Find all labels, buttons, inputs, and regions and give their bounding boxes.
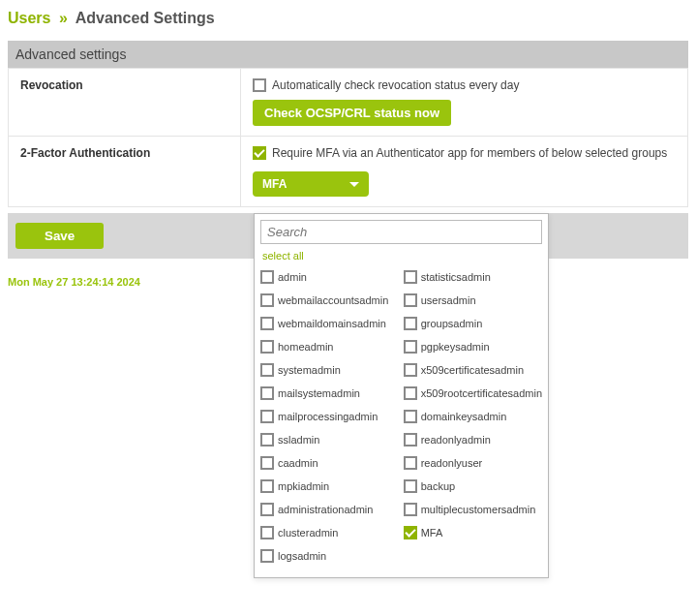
mfa-groups-popup: select all adminwebmailaccountsadminwebm…	[254, 213, 549, 292]
breadcrumb: Users » Advanced Settings	[8, 4, 688, 35]
group-item[interactable]: usersadmin	[404, 289, 542, 292]
require-mfa-checkbox[interactable]	[253, 146, 266, 160]
group-item[interactable]: admin	[260, 265, 398, 289]
group-search-input[interactable]	[260, 220, 542, 244]
select-all-link[interactable]: select all	[262, 250, 542, 262]
group-label: admin	[278, 271, 307, 283]
group-checkbox[interactable]	[404, 270, 417, 284]
chevron-down-icon	[349, 182, 359, 187]
group-item[interactable]: webmailaccountsadmin	[260, 289, 398, 292]
breadcrumb-separator: »	[59, 10, 68, 26]
revocation-auto-checkbox[interactable]	[253, 78, 266, 92]
mfa-dropdown-value: MFA	[262, 177, 287, 191]
panel-title: Advanced settings	[8, 41, 688, 68]
mfa-label: 2-Factor Authentication	[9, 137, 241, 207]
breadcrumb-current: Advanced Settings	[76, 10, 215, 26]
group-item[interactable]: statisticsadmin	[404, 265, 542, 289]
breadcrumb-parent[interactable]: Users	[8, 10, 50, 26]
group-label: statisticsadmin	[421, 271, 491, 283]
check-ocsp-button[interactable]: Check OCSP/CRL status now	[253, 100, 451, 126]
require-mfa-label: Require MFA via an Authenticator app for…	[272, 146, 667, 160]
settings-table: Revocation Automatically check revocatio…	[8, 68, 688, 207]
revocation-auto-label: Automatically check revocation status ev…	[272, 78, 519, 92]
revocation-label: Revocation	[9, 69, 241, 137]
group-checkbox[interactable]	[260, 270, 274, 284]
mfa-groups-dropdown[interactable]: MFA	[253, 171, 369, 197]
save-button[interactable]: Save	[15, 223, 104, 249]
